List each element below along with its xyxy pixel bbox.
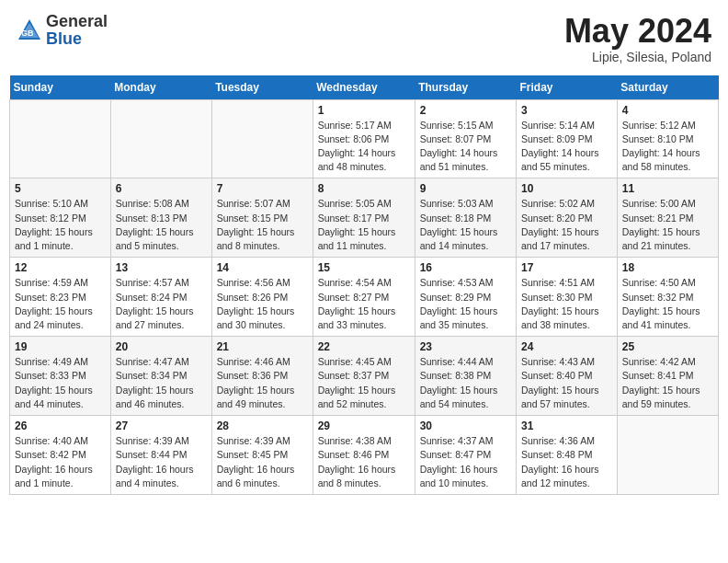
day-number: 9 [420, 182, 511, 195]
day-info: Sunrise: 4:39 AMSunset: 8:45 PMDaylight:… [217, 434, 308, 490]
day-info: Sunrise: 5:14 AMSunset: 8:09 PMDaylight:… [521, 119, 612, 175]
calendar-week-1: 1Sunrise: 5:17 AMSunset: 8:06 PMDaylight… [10, 99, 719, 178]
logo-text: General Blue [46, 13, 108, 48]
day-number: 3 [521, 104, 612, 117]
day-number: 23 [420, 340, 511, 353]
calendar-body: 1Sunrise: 5:17 AMSunset: 8:06 PMDaylight… [10, 99, 719, 494]
day-number: 5 [15, 182, 106, 195]
logo: GB General Blue [17, 13, 108, 48]
calendar-cell: 3Sunrise: 5:14 AMSunset: 8:09 PMDaylight… [516, 99, 617, 178]
calendar-cell [110, 99, 211, 178]
day-info: Sunrise: 4:46 AMSunset: 8:36 PMDaylight:… [217, 355, 308, 411]
day-info: Sunrise: 4:47 AMSunset: 8:34 PMDaylight:… [116, 355, 207, 411]
month-title: May 2024 [564, 13, 711, 50]
calendar-cell: 28Sunrise: 4:39 AMSunset: 8:45 PMDayligh… [211, 416, 313, 495]
calendar-cell [617, 416, 718, 495]
weekday-header-thursday: Thursday [415, 75, 516, 100]
calendar-cell: 16Sunrise: 4:53 AMSunset: 8:29 PMDayligh… [415, 258, 516, 337]
page-header: GB General Blue May 2024 Lipie, Silesia,… [9, 9, 719, 68]
calendar-cell [10, 99, 111, 178]
calendar-cell: 20Sunrise: 4:47 AMSunset: 8:34 PMDayligh… [110, 337, 211, 416]
day-number: 8 [318, 182, 410, 195]
calendar-cell: 12Sunrise: 4:59 AMSunset: 8:23 PMDayligh… [10, 258, 111, 337]
calendar-cell: 11Sunrise: 5:00 AMSunset: 8:21 PMDayligh… [617, 178, 718, 258]
day-info: Sunrise: 5:07 AMSunset: 8:15 PMDaylight:… [217, 197, 308, 253]
day-info: Sunrise: 4:38 AMSunset: 8:46 PMDaylight:… [318, 434, 410, 490]
calendar-cell: 1Sunrise: 5:17 AMSunset: 8:06 PMDaylight… [313, 99, 415, 178]
day-info: Sunrise: 4:42 AMSunset: 8:41 PMDaylight:… [622, 355, 713, 411]
day-info: Sunrise: 4:49 AMSunset: 8:33 PMDaylight:… [15, 355, 106, 411]
calendar-cell: 4Sunrise: 5:12 AMSunset: 8:10 PMDaylight… [617, 99, 718, 178]
day-info: Sunrise: 4:51 AMSunset: 8:30 PMDaylight:… [521, 276, 612, 332]
calendar-header: SundayMondayTuesdayWednesdayThursdayFrid… [10, 75, 719, 100]
day-info: Sunrise: 4:56 AMSunset: 8:26 PMDaylight:… [217, 276, 308, 332]
calendar-cell: 29Sunrise: 4:38 AMSunset: 8:46 PMDayligh… [313, 416, 415, 495]
weekday-header-tuesday: Tuesday [211, 75, 313, 100]
day-number: 16 [420, 261, 511, 274]
day-info: Sunrise: 4:43 AMSunset: 8:40 PMDaylight:… [521, 355, 612, 411]
day-info: Sunrise: 5:12 AMSunset: 8:10 PMDaylight:… [622, 119, 713, 175]
day-number: 19 [15, 340, 106, 353]
day-number: 2 [420, 104, 511, 117]
weekday-header-friday: Friday [516, 75, 617, 100]
svg-text:GB: GB [21, 29, 34, 38]
day-number: 21 [217, 340, 308, 353]
weekday-header-monday: Monday [110, 75, 211, 100]
calendar-week-2: 5Sunrise: 5:10 AMSunset: 8:12 PMDaylight… [10, 178, 719, 258]
day-number: 24 [521, 340, 612, 353]
calendar-cell: 31Sunrise: 4:36 AMSunset: 8:48 PMDayligh… [516, 416, 617, 495]
day-info: Sunrise: 4:57 AMSunset: 8:24 PMDaylight:… [116, 276, 207, 332]
day-number: 13 [116, 261, 207, 274]
day-number: 29 [318, 419, 410, 432]
location-subtitle: Lipie, Silesia, Poland [564, 50, 711, 64]
day-info: Sunrise: 5:08 AMSunset: 8:13 PMDaylight:… [116, 197, 207, 253]
calendar-cell: 23Sunrise: 4:44 AMSunset: 8:38 PMDayligh… [415, 337, 516, 416]
day-number: 12 [15, 261, 106, 274]
calendar-week-4: 19Sunrise: 4:49 AMSunset: 8:33 PMDayligh… [10, 337, 719, 416]
calendar-cell [211, 99, 313, 178]
day-info: Sunrise: 5:10 AMSunset: 8:12 PMDaylight:… [15, 197, 106, 253]
calendar-cell: 15Sunrise: 4:54 AMSunset: 8:27 PMDayligh… [313, 258, 415, 337]
day-number: 15 [318, 261, 410, 274]
day-number: 22 [318, 340, 410, 353]
day-number: 17 [521, 261, 612, 274]
calendar-cell: 25Sunrise: 4:42 AMSunset: 8:41 PMDayligh… [617, 337, 718, 416]
logo-icon: GB [17, 17, 42, 43]
calendar-cell: 17Sunrise: 4:51 AMSunset: 8:30 PMDayligh… [516, 258, 617, 337]
day-number: 1 [318, 104, 410, 117]
day-number: 6 [116, 182, 207, 195]
day-number: 30 [420, 419, 511, 432]
calendar-cell: 27Sunrise: 4:39 AMSunset: 8:44 PMDayligh… [110, 416, 211, 495]
day-info: Sunrise: 5:03 AMSunset: 8:18 PMDaylight:… [420, 197, 511, 253]
day-info: Sunrise: 4:39 AMSunset: 8:44 PMDaylight:… [116, 434, 207, 490]
day-number: 11 [622, 182, 713, 195]
day-number: 20 [116, 340, 207, 353]
day-info: Sunrise: 4:53 AMSunset: 8:29 PMDaylight:… [420, 276, 511, 332]
calendar-cell: 2Sunrise: 5:15 AMSunset: 8:07 PMDaylight… [415, 99, 516, 178]
day-info: Sunrise: 4:44 AMSunset: 8:38 PMDaylight:… [420, 355, 511, 411]
day-number: 4 [622, 104, 713, 117]
calendar-week-3: 12Sunrise: 4:59 AMSunset: 8:23 PMDayligh… [10, 258, 719, 337]
calendar-cell: 6Sunrise: 5:08 AMSunset: 8:13 PMDaylight… [110, 178, 211, 258]
calendar-cell: 13Sunrise: 4:57 AMSunset: 8:24 PMDayligh… [110, 258, 211, 337]
calendar-cell: 21Sunrise: 4:46 AMSunset: 8:36 PMDayligh… [211, 337, 313, 416]
calendar-week-5: 26Sunrise: 4:40 AMSunset: 8:42 PMDayligh… [10, 416, 719, 495]
calendar-cell: 9Sunrise: 5:03 AMSunset: 8:18 PMDaylight… [415, 178, 516, 258]
calendar-cell: 8Sunrise: 5:05 AMSunset: 8:17 PMDaylight… [313, 178, 415, 258]
logo-general: General [46, 12, 108, 30]
day-info: Sunrise: 5:02 AMSunset: 8:20 PMDaylight:… [521, 197, 612, 253]
day-number: 14 [217, 261, 308, 274]
day-info: Sunrise: 5:15 AMSunset: 8:07 PMDaylight:… [420, 119, 511, 175]
calendar-cell: 10Sunrise: 5:02 AMSunset: 8:20 PMDayligh… [516, 178, 617, 258]
calendar-cell: 7Sunrise: 5:07 AMSunset: 8:15 PMDaylight… [211, 178, 313, 258]
title-section: May 2024 Lipie, Silesia, Poland [564, 13, 711, 64]
calendar-cell: 18Sunrise: 4:50 AMSunset: 8:32 PMDayligh… [617, 258, 718, 337]
day-number: 25 [622, 340, 713, 353]
day-info: Sunrise: 4:45 AMSunset: 8:37 PMDaylight:… [318, 355, 410, 411]
day-number: 28 [217, 419, 308, 432]
day-number: 7 [217, 182, 308, 195]
day-info: Sunrise: 4:50 AMSunset: 8:32 PMDaylight:… [622, 276, 713, 332]
calendar-cell: 22Sunrise: 4:45 AMSunset: 8:37 PMDayligh… [313, 337, 415, 416]
calendar-cell: 24Sunrise: 4:43 AMSunset: 8:40 PMDayligh… [516, 337, 617, 416]
day-info: Sunrise: 4:59 AMSunset: 8:23 PMDaylight:… [15, 276, 106, 332]
